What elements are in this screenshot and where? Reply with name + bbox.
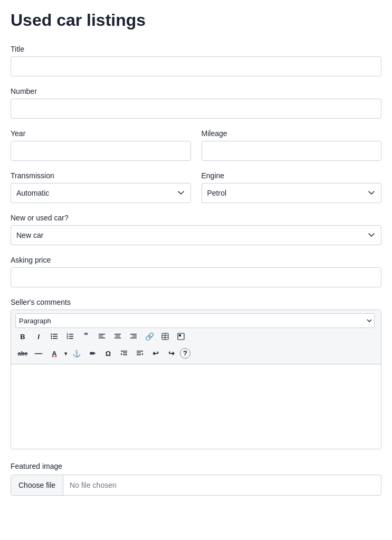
mileage-input[interactable]	[202, 141, 382, 161]
svg-point-4	[51, 336, 52, 337]
undo-button[interactable]: ↩	[148, 346, 163, 361]
number-input[interactable]	[11, 99, 381, 119]
svg-rect-19	[132, 336, 137, 337]
transmission-engine-row: Transmission Automatic Manual Semi-Autom…	[11, 171, 381, 203]
indent-decrease-button[interactable]	[132, 346, 147, 361]
svg-rect-13	[99, 336, 103, 337]
svg-rect-18	[130, 334, 137, 335]
svg-rect-20	[130, 338, 137, 339]
svg-rect-29	[123, 354, 127, 355]
svg-point-5	[51, 338, 52, 339]
toolbar-row-2: abc — A ▾ ⚓ ✏ Ω	[15, 346, 377, 361]
highlight-button[interactable]: ✏	[85, 346, 100, 361]
choose-file-button[interactable]: Choose file	[11, 475, 63, 495]
svg-rect-6	[69, 334, 73, 335]
italic-button[interactable]: I	[31, 329, 46, 344]
svg-rect-25	[178, 333, 184, 340]
transmission-select[interactable]: Automatic Manual Semi-Automatic	[11, 183, 191, 203]
mileage-label: Mileage	[202, 129, 382, 138]
table-button[interactable]	[158, 329, 173, 344]
transmission-label: Transmission	[11, 171, 191, 180]
featured-image-section: Featured image Choose file No file chose…	[11, 462, 381, 496]
link-button[interactable]: 🔗	[142, 329, 157, 344]
help-button[interactable]: ?	[180, 348, 190, 359]
svg-rect-14	[99, 338, 105, 339]
svg-rect-16	[116, 336, 120, 337]
editor-content-area[interactable]	[11, 364, 381, 449]
svg-point-3	[51, 334, 52, 335]
svg-rect-17	[114, 338, 121, 339]
svg-rect-12	[99, 334, 105, 335]
align-right-button[interactable]	[126, 329, 141, 344]
file-chosen-text: No file chosen	[63, 477, 381, 494]
svg-rect-31	[137, 353, 141, 354]
year-input[interactable]	[11, 141, 191, 161]
svg-rect-30	[137, 351, 143, 352]
new-used-group: New or used car? New car Used car	[11, 214, 381, 245]
year-mileage-row: Year Mileage	[11, 129, 381, 161]
number-label: Number	[11, 87, 381, 95]
mileage-group: Mileage	[202, 129, 382, 161]
transmission-group: Transmission Automatic Manual Semi-Autom…	[11, 171, 191, 203]
special-char-button[interactable]: Ω	[101, 346, 116, 361]
toolbar-row-1: Paragraph Heading 1 Heading 2 Heading 3 …	[15, 313, 377, 344]
rich-text-editor: Paragraph Heading 1 Heading 2 Heading 3 …	[11, 310, 381, 449]
anchor-button[interactable]: ⚓	[69, 346, 84, 361]
svg-rect-15	[114, 334, 121, 335]
file-input-row: Choose file No file chosen	[11, 475, 381, 496]
asking-price-group: Asking price	[11, 256, 381, 287]
bullet-list-button[interactable]	[47, 329, 62, 344]
asking-price-label: Asking price	[11, 256, 381, 264]
svg-rect-27	[121, 351, 127, 352]
indent-increase-button[interactable]	[117, 346, 131, 361]
svg-rect-0	[53, 334, 58, 335]
year-group: Year	[11, 129, 191, 161]
asking-price-input[interactable]	[11, 267, 381, 287]
svg-rect-7	[69, 336, 73, 337]
svg-rect-8	[69, 338, 73, 339]
blockquote-button[interactable]: "	[79, 329, 93, 344]
svg-rect-28	[123, 353, 127, 354]
page-title: Used car listings	[11, 11, 381, 30]
ordered-list-button[interactable]: 1. 2. 3.	[63, 329, 78, 344]
hr-button[interactable]: —	[31, 346, 46, 361]
strikethrough-button[interactable]: abc	[15, 346, 30, 361]
maximize-button[interactable]	[174, 329, 188, 344]
engine-label: Engine	[202, 171, 382, 180]
title-label: Title	[11, 45, 381, 53]
title-input[interactable]	[11, 56, 381, 76]
svg-rect-32	[137, 354, 141, 355]
year-label: Year	[11, 129, 191, 138]
align-center-button[interactable]	[110, 329, 125, 344]
svg-rect-2	[53, 338, 58, 339]
sellers-comments-group: Seller's comments Paragraph Heading 1 He…	[11, 298, 381, 449]
featured-image-label: Featured image	[11, 462, 381, 470]
svg-text:3.: 3.	[67, 337, 69, 340]
editor-toolbar: Paragraph Heading 1 Heading 2 Heading 3 …	[11, 310, 381, 364]
font-color-dropdown[interactable]: ▾	[63, 346, 68, 361]
new-used-select[interactable]: New car Used car	[11, 225, 381, 245]
paragraph-style-select[interactable]: Paragraph Heading 1 Heading 2 Heading 3	[15, 313, 375, 328]
engine-group: Engine Petrol Diesel Electric Hybrid	[202, 171, 382, 203]
svg-rect-26	[179, 334, 181, 336]
number-group: Number	[11, 87, 381, 119]
sellers-comments-label: Seller's comments	[11, 298, 381, 306]
title-group: Title	[11, 45, 381, 76]
font-color-button[interactable]: A	[47, 346, 62, 361]
svg-rect-1	[53, 336, 58, 337]
engine-select[interactable]: Petrol Diesel Electric Hybrid	[202, 183, 382, 203]
new-used-label: New or used car?	[11, 214, 381, 222]
bold-button[interactable]: B	[15, 329, 30, 344]
align-left-button[interactable]	[94, 329, 109, 344]
redo-button[interactable]: ↪	[164, 346, 179, 361]
